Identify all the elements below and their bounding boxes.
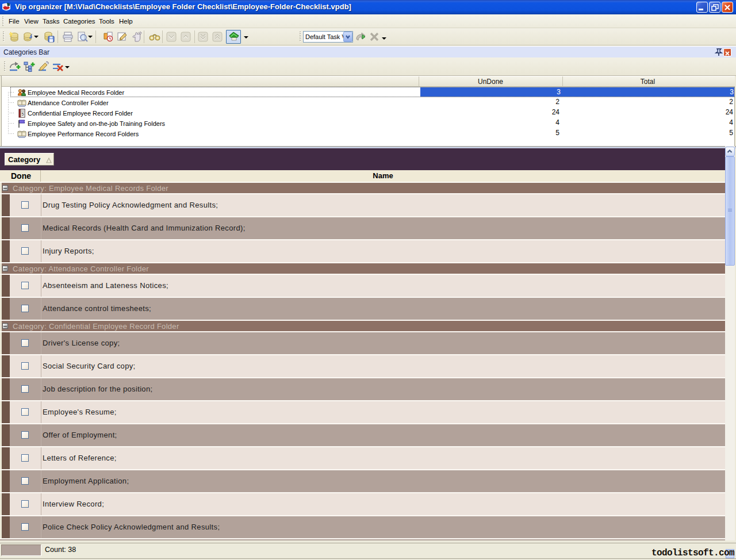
svg-text:5: 5 bbox=[22, 112, 24, 116]
